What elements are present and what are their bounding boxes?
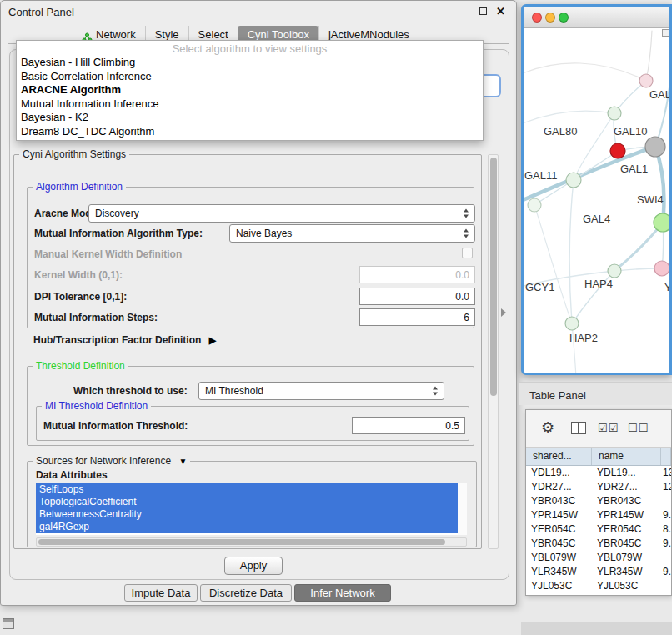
network-edge[interactable] <box>569 180 574 323</box>
close-button[interactable] <box>532 12 542 22</box>
zoom-button[interactable] <box>559 12 569 22</box>
float-window-icon[interactable] <box>479 8 487 15</box>
table-cell: YPR145W <box>526 508 592 522</box>
network-tab-icon <box>82 30 93 40</box>
network-edge[interactable] <box>524 63 646 81</box>
network-edge[interactable] <box>655 147 664 222</box>
mi-type-select[interactable]: Naive Bayes <box>229 224 475 242</box>
column-header-partial[interactable] <box>661 448 671 465</box>
group-title: Sources for Network Inference ▼ <box>33 455 190 468</box>
manual-kernel-checkbox[interactable] <box>462 248 473 258</box>
network-node[interactable] <box>610 143 625 158</box>
kernel-width-value: 0.0 <box>455 269 469 281</box>
table-cell: 9. <box>661 537 671 551</box>
bottom-dock-strip <box>521 622 672 635</box>
tab-infer-network[interactable]: Infer Network <box>294 584 391 602</box>
mi-threshold-value: 0.5 <box>445 420 459 432</box>
expand-right-icon[interactable]: ▶ <box>209 335 216 345</box>
table-header: shared... name <box>526 448 671 466</box>
column-header-name[interactable]: name <box>592 448 661 465</box>
attribute-item-selected[interactable]: gal4RGexp <box>36 521 458 533</box>
dpi-tolerance-field[interactable]: 0.0 <box>359 288 475 305</box>
network-edge[interactable] <box>534 205 572 323</box>
table-row[interactable]: YLR345WYLR345W9. <box>526 565 671 579</box>
table-row[interactable]: YPR145WYPR145W9. <box>526 508 671 522</box>
deselect-all-checkboxes-icon[interactable]: ☐☐ <box>628 422 649 434</box>
apply-button[interactable]: Apply <box>224 557 283 575</box>
group-title: MI Threshold Definition <box>42 400 151 412</box>
columns-icon[interactable] <box>571 422 586 434</box>
table-row[interactable]: YER054CYER054C8. <box>526 522 671 537</box>
attribute-item-selected[interactable]: BetweennessCentrality <box>36 508 458 521</box>
which-threshold-select[interactable]: MI Threshold <box>198 382 444 400</box>
list-vertical-scrollbar[interactable] <box>458 483 467 535</box>
network-node[interactable] <box>528 198 541 212</box>
list-horizontal-scrollbar[interactable] <box>36 538 467 547</box>
dropdown-item[interactable]: Dream8 DC_TDC Algorithm <box>17 125 483 139</box>
kernel-width-label: Kernel Width (0,1): <box>34 269 123 281</box>
dropdown-item[interactable]: Bayesian - K2 <box>17 111 483 125</box>
group-title: Cyni Algorithm Settings <box>19 148 129 161</box>
panel-splitter-arrow-icon[interactable] <box>501 308 506 317</box>
tab-discretize-data[interactable]: Discretize Data <box>200 584 292 602</box>
node-label: Y <box>664 281 669 293</box>
table-window: ⚙ ☑☑ ☐☐ shared... name YDL19...YDL19...1… <box>525 409 672 596</box>
network-node[interactable] <box>639 74 653 88</box>
network-node[interactable] <box>654 261 669 276</box>
table-row[interactable]: YBR043CYBR043C <box>526 494 671 508</box>
mi-threshold-field[interactable]: 0.5 <box>352 417 465 434</box>
dropdown-item[interactable]: Basic Correlation Inference <box>17 70 483 84</box>
table-cell: YDR27... <box>592 480 661 494</box>
mi-steps-field[interactable]: 6 <box>359 308 475 326</box>
network-node[interactable] <box>608 107 621 120</box>
table-panel-titlebar[interactable]: Table Panel <box>519 382 672 405</box>
scrollbar-thumb[interactable] <box>490 158 497 396</box>
table-cell: YBR045C <box>526 537 592 551</box>
network-window-titlebar[interactable] <box>524 7 669 28</box>
table-row[interactable]: YBR045CYBR045C9. <box>526 537 671 551</box>
manual-kernel-label: Manual Kernel Width Definition <box>34 248 182 260</box>
dropdown-item[interactable]: Mutual Information Inference <box>17 98 483 112</box>
table-cell: YDR27... <box>526 480 592 494</box>
table-row[interactable]: YDL19...YDL19...13 <box>526 466 671 480</box>
select-all-checkboxes-icon[interactable]: ☑☑ <box>598 422 619 434</box>
dropdown-item-selected[interactable]: ARACNE Algorithm <box>17 83 483 98</box>
mi-type-label: Mutual Information Algorithm Type: <box>34 228 203 239</box>
table-row[interactable]: YJL053CYJL053C <box>526 579 671 593</box>
table-row[interactable]: YBL079WYBL079W <box>526 551 671 565</box>
node-label: GAL <box>649 88 669 101</box>
canvas-scroll-corner[interactable] <box>662 29 669 37</box>
network-canvas[interactable]: GALGAL80GAL10GAL11GAL1SWI4GAL4GCY1HAP4YH… <box>524 28 669 372</box>
network-node[interactable] <box>645 137 665 157</box>
dropdown-item[interactable]: Bayesian - Hill Climbing <box>17 56 483 70</box>
collapse-down-icon[interactable]: ▼ <box>178 457 187 466</box>
network-graph: GALGAL80GAL10GAL11GAL1SWI4GAL4GCY1HAP4YH… <box>524 28 669 372</box>
scrollbar-thumb[interactable] <box>38 539 445 545</box>
network-edge[interactable] <box>572 323 576 372</box>
aracne-mode-select[interactable]: Discovery <box>88 204 475 222</box>
combo-arrows-icon <box>433 387 439 396</box>
mi-steps-value: 6 <box>464 312 469 323</box>
network-node[interactable] <box>566 172 581 188</box>
table-row[interactable]: YDR27...YDR27...12 <box>526 480 671 494</box>
data-attributes-list[interactable]: SelfLoops TopologicalCoefficient Between… <box>36 483 467 535</box>
settings-vertical-scrollbar[interactable] <box>488 154 499 549</box>
kernel-width-field[interactable]: 0.0 <box>359 266 475 283</box>
network-node[interactable] <box>654 213 669 232</box>
hub-transcription-section[interactable]: Hub/Transcription Factor Definition ▶ <box>33 334 216 346</box>
column-header-shared-name[interactable]: shared... <box>526 448 592 465</box>
network-node[interactable] <box>608 264 621 278</box>
tab-impute-data[interactable]: Impute Data <box>124 584 198 602</box>
close-icon[interactable]: ✕ <box>496 5 505 18</box>
control-panel-titlebar[interactable]: Control Panel ✕ <box>1 1 516 22</box>
dpi-tolerance-label: DPI Tolerance [0,1]: <box>34 291 127 302</box>
minimize-button[interactable] <box>545 12 555 22</box>
network-node[interactable] <box>565 317 579 330</box>
network-edge[interactable] <box>646 31 652 81</box>
restore-panel-icon[interactable] <box>3 618 14 629</box>
attribute-item-selected[interactable]: SelfLoops <box>36 483 458 496</box>
table-cell: YER054C <box>592 522 661 537</box>
attribute-item-selected[interactable]: TopologicalCoefficient <box>36 496 458 508</box>
network-edge[interactable] <box>524 111 614 126</box>
gear-icon[interactable]: ⚙ <box>541 419 554 436</box>
